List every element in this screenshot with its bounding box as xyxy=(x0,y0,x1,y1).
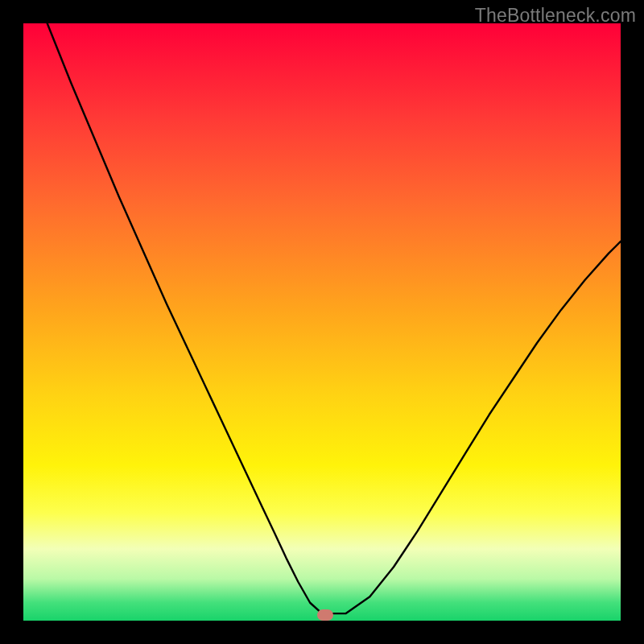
optimal-point-marker xyxy=(317,609,333,621)
chart-frame: TheBottleneck.com xyxy=(0,0,644,644)
plot-area xyxy=(23,23,621,621)
bottleneck-curve xyxy=(23,23,621,621)
watermark-text: TheBottleneck.com xyxy=(475,5,636,27)
